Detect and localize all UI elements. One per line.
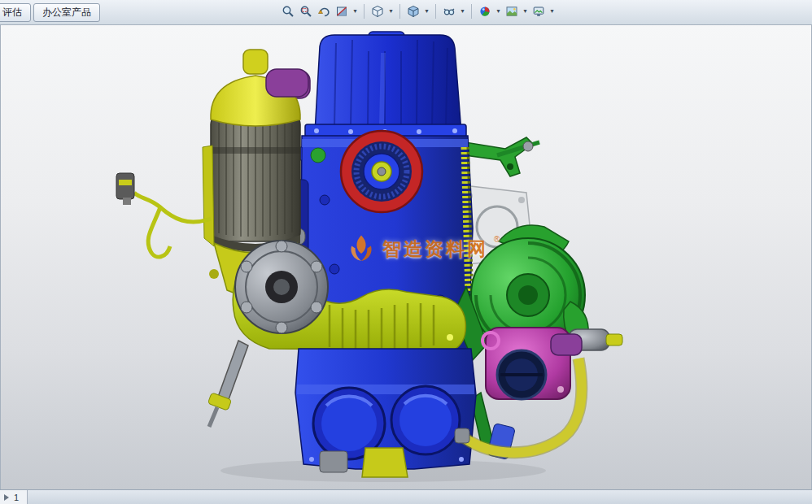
filter-cap[interactable]	[266, 69, 308, 97]
view-settings-dropdown[interactable]: ▾	[548, 2, 556, 20]
tab-evaluate[interactable]: 评估	[0, 3, 31, 22]
toolbar-separator	[471, 4, 472, 19]
zoom-to-fit-icon[interactable]	[280, 2, 296, 20]
toolbar-separator	[364, 4, 365, 19]
toolbar-separator	[399, 4, 400, 19]
model-tab[interactable]: 1	[0, 490, 28, 504]
model-tab-label: 1	[14, 493, 19, 502]
status-bar: 1	[0, 489, 812, 504]
graphics-viewport[interactable]: 智造资料网 ®	[0, 25, 812, 489]
dipstick-tube[interactable]	[207, 341, 248, 427]
section-view-icon[interactable]	[334, 2, 350, 20]
view-settings-icon[interactable]	[530, 2, 547, 20]
hide-show-items-dropdown[interactable]: ▾	[459, 2, 466, 20]
edit-appearance-icon[interactable]	[477, 2, 493, 20]
apply-scene-dropdown[interactable]: ▾	[522, 2, 529, 20]
display-style-dropdown[interactable]: ▾	[423, 2, 430, 20]
command-tabs: 评估 办公室产品	[0, 0, 100, 24]
engine-model[interactable]	[1, 25, 812, 489]
view-orientation-dropdown[interactable]: ▾	[387, 2, 395, 20]
toolbar-separator	[435, 4, 436, 19]
view-orientation-icon[interactable]	[369, 2, 386, 20]
hide-show-items-icon[interactable]	[441, 2, 457, 20]
tab-nav-icon	[4, 494, 9, 501]
apply-scene-icon[interactable]	[504, 2, 520, 20]
zoom-to-area-icon[interactable]	[298, 2, 314, 20]
previous-view-icon[interactable]	[316, 2, 332, 20]
solidworks-window: 评估 办公室产品 ▾ ▾	[0, 0, 812, 504]
edit-appearance-dropdown[interactable]: ▾	[495, 2, 502, 20]
top-toolbar: 评估 办公室产品 ▾ ▾	[0, 0, 812, 25]
tab-office-products[interactable]: 办公室产品	[33, 3, 100, 22]
heads-up-view-toolbar: ▾ ▾ ▾ ▾ ▾ ▾	[280, 2, 556, 20]
wiring-harness[interactable]	[116, 173, 211, 257]
section-view-dropdown[interactable]: ▾	[351, 2, 359, 20]
display-style-icon[interactable]	[405, 2, 421, 20]
crank-seal[interactable]	[341, 131, 422, 212]
pump-flange[interactable]	[235, 241, 328, 333]
